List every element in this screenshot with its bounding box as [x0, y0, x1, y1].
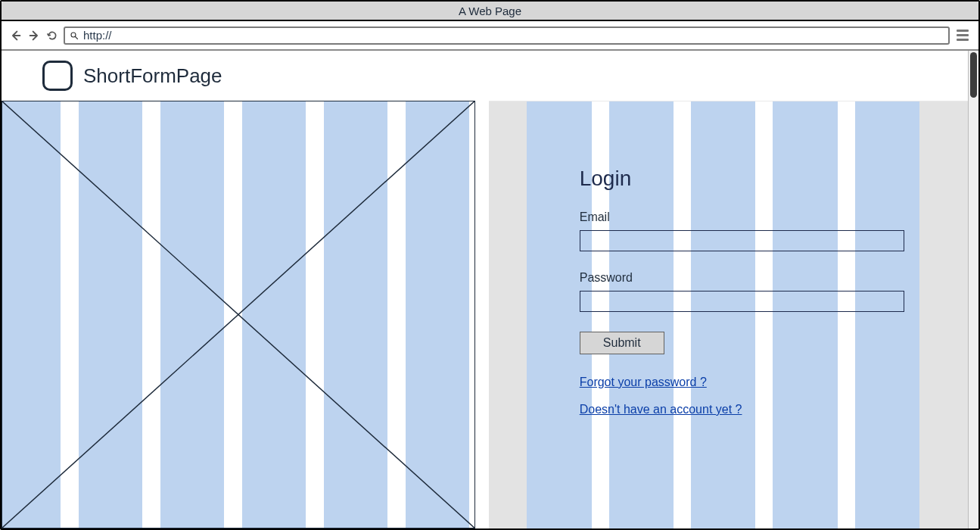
search-icon: [70, 31, 79, 40]
page-title: ShortFormPage: [83, 64, 222, 88]
login-form: Login Email Password Submit Forgot your …: [580, 167, 904, 430]
forward-button[interactable]: [27, 29, 41, 42]
svg-point-0: [71, 33, 76, 37]
reload-icon: [46, 30, 58, 42]
address-bar[interactable]: http://: [64, 26, 950, 45]
password-field[interactable]: [580, 291, 904, 312]
page-header: ShortFormPage: [2, 51, 968, 101]
app-logo-icon: [42, 61, 73, 91]
forgot-password-link[interactable]: Forgot your password ?: [580, 376, 904, 389]
back-button[interactable]: [9, 29, 23, 42]
page: ShortFormPage: [2, 51, 968, 528]
scrollbar[interactable]: [968, 51, 978, 528]
form-column: Login Email Password Submit Forgot your …: [489, 101, 968, 528]
scrollbar-thumb[interactable]: [970, 52, 977, 98]
password-label: Password: [580, 271, 904, 285]
window-title: A Web Page: [459, 5, 521, 17]
page-main: Login Email Password Submit Forgot your …: [2, 101, 968, 528]
address-text: http://: [83, 29, 112, 42]
submit-button[interactable]: Submit: [580, 332, 664, 354]
email-field[interactable]: [580, 230, 904, 251]
reload-button[interactable]: [45, 29, 59, 42]
browser-menu-button[interactable]: [954, 27, 971, 44]
email-label: Email: [580, 210, 904, 224]
back-arrow-icon: [10, 30, 22, 42]
window-titlebar: A Web Page: [2, 2, 978, 21]
forward-arrow-icon: [28, 30, 40, 42]
menu-icon: [957, 30, 969, 32]
placeholder-cross-icon: [2, 101, 474, 528]
form-title: Login: [580, 167, 904, 191]
browser-window: A Web Page http:// ShortFormPage: [0, 0, 980, 530]
image-placeholder: [2, 101, 475, 528]
viewport: ShortFormPage: [2, 51, 978, 528]
browser-toolbar: http://: [2, 21, 978, 51]
signup-link[interactable]: Doesn't have an account yet ?: [580, 403, 904, 416]
svg-line-1: [76, 36, 78, 39]
